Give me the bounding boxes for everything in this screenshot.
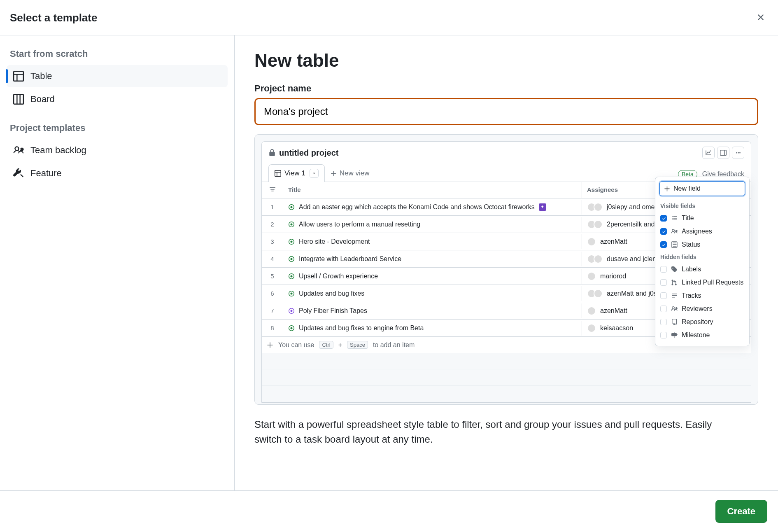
row-number: 7 [262, 303, 283, 318]
project-name-input[interactable] [256, 100, 756, 123]
checkbox-unchecked[interactable] [660, 266, 667, 273]
field-toggle[interactable]: Labels [659, 263, 745, 276]
issue-icon [288, 308, 295, 314]
new-view-button[interactable]: New view [325, 165, 375, 182]
row-title[interactable]: Add an easter egg which accepts the Kona… [283, 200, 582, 215]
row-number: 6 [262, 286, 283, 301]
table-icon [275, 170, 281, 177]
visible-fields-label: Visible fields [659, 200, 745, 212]
field-toggle[interactable]: Linked Pull Requests [659, 276, 745, 289]
fields-popover: New field Visible fields TitleAssigneesS… [655, 177, 750, 346]
check-icon [662, 216, 666, 221]
field-toggle[interactable]: Assignees [659, 225, 745, 238]
template-description: Start with a powerful spreadsheet style … [254, 417, 732, 447]
issue-icon [288, 273, 295, 280]
sidebar-item-feature[interactable]: Feature [7, 162, 228, 184]
avatar [594, 220, 603, 229]
sidebar-item-label: Table [30, 71, 52, 82]
row-number: 8 [262, 321, 283, 335]
filter-button[interactable] [262, 182, 283, 198]
field-icon [671, 306, 678, 312]
modal-title: Select a template [10, 12, 97, 24]
field-toggle[interactable]: Repository [659, 315, 745, 329]
sidebar-section-templates: Project templates [7, 119, 228, 139]
row-number: 1 [262, 200, 283, 214]
sidebar-section-scratch: Start from scratch [7, 45, 228, 65]
panel-button[interactable] [717, 147, 729, 159]
field-toggle[interactable]: Milestone [659, 329, 745, 342]
sidebar-item-team-backlog[interactable]: Team backlog [7, 139, 228, 161]
row-title[interactable]: Allow users to perform a manual resettin… [283, 217, 582, 232]
field-toggle[interactable]: Reviewers [659, 302, 745, 315]
field-icon [671, 332, 678, 338]
checkbox-checked[interactable] [660, 228, 667, 235]
table-icon [13, 71, 24, 82]
avatar [594, 289, 603, 298]
sidebar: Start from scratch Table Board Project t… [0, 35, 235, 490]
page-heading: New table [254, 50, 758, 71]
preview-project-title: untitled project [268, 148, 338, 158]
row-title[interactable]: Updates and bug fixes [283, 286, 582, 301]
people-icon [13, 145, 24, 156]
filter-icon [269, 186, 276, 193]
field-icon [671, 215, 678, 222]
check-icon [662, 229, 666, 234]
checkbox-checked[interactable] [660, 241, 667, 248]
row-title[interactable]: Poly Fiber Finish Tapes [283, 303, 582, 318]
board-icon [13, 94, 24, 105]
issue-icon [288, 221, 295, 228]
row-number: 5 [262, 269, 283, 283]
checkbox-unchecked[interactable] [660, 319, 667, 325]
avatar [587, 306, 596, 315]
new-field-button[interactable]: New field [659, 181, 745, 196]
view-tab-menu[interactable] [310, 169, 319, 178]
issue-icon [288, 290, 295, 297]
field-icon [671, 266, 678, 273]
issue-icon [288, 256, 295, 262]
project-name-label: Project name [254, 83, 758, 94]
avatar [594, 254, 603, 264]
panel-icon [720, 149, 727, 156]
field-icon [671, 319, 678, 325]
row-title[interactable]: Upsell / Growth experience [283, 269, 582, 284]
issue-icon [288, 238, 295, 245]
hidden-fields-label: Hidden fields [659, 251, 745, 263]
plus-icon [664, 186, 670, 192]
checkbox-checked[interactable] [660, 215, 667, 222]
tools-icon [13, 168, 24, 179]
close-button[interactable] [753, 10, 768, 26]
sidebar-item-board[interactable]: Board [7, 88, 228, 110]
more-button[interactable] [732, 147, 744, 159]
kbd-ctrl: Ctrl [319, 341, 333, 349]
row-title[interactable]: Integrate with Leaderboard Service [283, 252, 582, 266]
field-toggle[interactable]: Tracks [659, 289, 745, 302]
checkbox-unchecked[interactable] [660, 292, 667, 299]
checkbox-unchecked[interactable] [660, 332, 667, 338]
column-title[interactable]: Title [283, 182, 582, 198]
field-toggle[interactable]: Status [659, 238, 745, 251]
field-icon [671, 241, 678, 248]
kebab-icon [735, 149, 741, 156]
insights-button[interactable] [702, 147, 715, 159]
issue-icon [288, 204, 295, 210]
check-icon [662, 243, 666, 247]
checkbox-unchecked[interactable] [660, 306, 667, 312]
field-icon [671, 228, 678, 235]
sidebar-item-label: Feature [30, 168, 62, 179]
row-number: 2 [262, 217, 283, 231]
row-title[interactable]: Hero site - Development [283, 234, 582, 249]
field-toggle[interactable]: Title [659, 212, 745, 225]
sidebar-item-label: Team backlog [30, 145, 86, 156]
graph-icon [705, 149, 712, 156]
row-title[interactable]: Updates and bug fixes to engine from Bet… [283, 321, 582, 336]
avatar [594, 203, 603, 212]
view-tab[interactable]: View 1 [268, 164, 325, 182]
preview-container: untitled project View 1 [254, 134, 758, 405]
caret-down-icon [312, 171, 316, 175]
sidebar-item-table[interactable]: Table [7, 65, 228, 87]
avatar [587, 272, 596, 281]
checkbox-unchecked[interactable] [660, 279, 667, 286]
plus-icon [267, 342, 273, 348]
kbd-space: Space [347, 341, 368, 349]
create-button[interactable]: Create [715, 500, 767, 523]
